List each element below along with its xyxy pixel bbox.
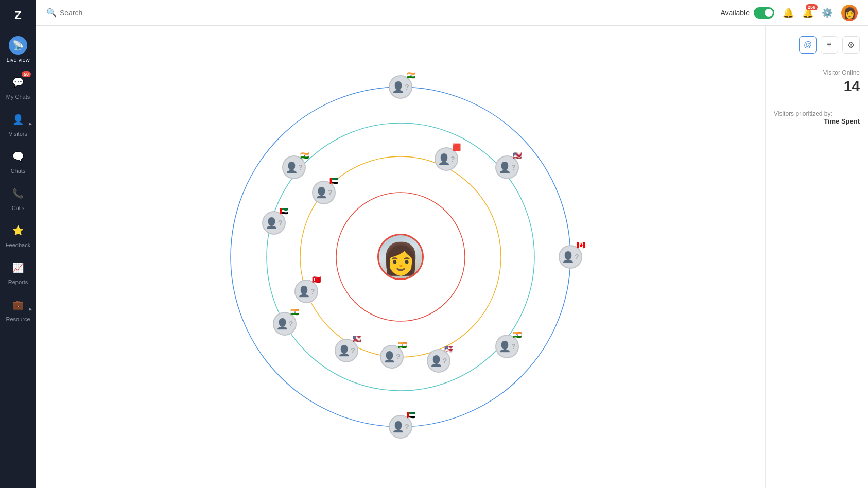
resource-sub-arrow: ▶ <box>29 307 32 311</box>
visitor-node-2[interactable]: 👤🇺🇸 <box>495 155 519 179</box>
visitor-node-7[interactable]: 👤🇹🇷 <box>294 280 318 303</box>
available-toggle: Available <box>720 7 774 19</box>
visitor-circle-2: 👤🇺🇸 <box>495 155 519 179</box>
main-content: 🔍 Available 🔔 🔔 256 ⚙️ 👩 <box>36 0 868 488</box>
visitor-node-6[interactable]: 👤🇦🇪 <box>312 181 336 204</box>
chats-icon: 🗨️ <box>9 147 27 166</box>
agent-photo <box>379 235 422 278</box>
app-logo: Z <box>8 5 28 26</box>
feedback-icon: ⭐ <box>9 221 27 240</box>
visitor-online-count: 14 <box>774 78 860 95</box>
visitor-circle-6: 👤🇦🇪 <box>312 181 336 204</box>
visitor-flag-7: 🇹🇷 <box>312 276 321 283</box>
at-view-button[interactable]: @ <box>799 36 817 54</box>
visitor-flag-14: 🇦🇪 <box>406 412 415 418</box>
visitor-flag-10: 🇮🇳 <box>397 342 407 348</box>
visitor-flag-13: 🇨🇦 <box>576 242 585 248</box>
visitor-circle-1: 👤🇮🇳 <box>389 75 412 99</box>
visitor-node-13[interactable]: 👤🇨🇦 <box>559 245 582 269</box>
sidebar-item-my-chats[interactable]: 50 💬 My Chats <box>0 68 36 105</box>
sidebar-item-resource[interactable]: 💼 Resource ▶ <box>0 290 36 327</box>
my-chats-badge: 50 <box>22 71 31 77</box>
visitor-online-stat: Visitor Online 14 <box>774 69 860 95</box>
priority-label: Visitors prioritized by: <box>774 110 860 117</box>
search-icon: 🔍 <box>46 8 57 18</box>
resource-icon: 💼 <box>9 295 27 314</box>
sidebar-item-reports[interactable]: 📈 Reports <box>0 253 36 290</box>
list-view-button[interactable]: ≡ <box>821 36 838 54</box>
sidebar-item-live-view[interactable]: 📡 Live view <box>0 31 36 68</box>
volume-icon[interactable]: 🔔 <box>783 7 794 19</box>
visitor-flag-8: 🇮🇳 <box>290 309 300 315</box>
sidebar-item-calls[interactable]: 📞 Calls <box>0 179 36 216</box>
reports-icon: 📈 <box>9 258 27 277</box>
visitor-flag-4: 🇦🇪 <box>280 208 289 214</box>
visitor-circle-7: 👤🇹🇷 <box>294 280 318 303</box>
visitor-flag-1: 🇮🇳 <box>406 72 415 78</box>
radar-area: 👤🇮🇳👤🇺🇸👤🇮🇳👤🇦🇪👤🟥👤🇦🇪👤🇹🇷👤🇮🇳👤🇺🇸👤🇮🇳👤🇺🇸👤🇮🇳👤🇨🇦👤🇦… <box>36 26 765 488</box>
visitor-circle-8: 👤🇮🇳 <box>273 312 297 336</box>
orbit-container: 👤🇮🇳👤🇺🇸👤🇮🇳👤🇦🇪👤🟥👤🇦🇪👤🇹🇷👤🇮🇳👤🇺🇸👤🇮🇳👤🇺🇸👤🇮🇳👤🇨🇦👤🇦… <box>220 77 581 437</box>
right-panel: @ ≡ ⚙ Visitor Online 14 Visitors priorit… <box>765 26 868 488</box>
avatar[interactable]: 👩 <box>841 5 858 21</box>
topbar-right: Available 🔔 🔔 256 ⚙️ 👩 <box>720 5 858 21</box>
visitor-node-5[interactable]: 👤🟥 <box>435 147 458 171</box>
visitor-circle-9: 👤🇺🇸 <box>335 339 358 362</box>
visitors-priority: Visitors prioritized by: Time Spent <box>774 105 860 125</box>
visitor-circle-14: 👤🇦🇪 <box>389 415 412 439</box>
visitor-flag-3: 🇮🇳 <box>300 152 309 159</box>
visitor-node-14[interactable]: 👤🇦🇪 <box>389 415 412 439</box>
visitor-flag-5: 🟥 <box>452 144 461 150</box>
settings-icon[interactable]: ⚙️ <box>822 7 833 19</box>
visitor-node-4[interactable]: 👤🇦🇪 <box>262 211 286 235</box>
visitor-circle-4: 👤🇦🇪 <box>262 211 286 235</box>
visitor-flag-9: 🇺🇸 <box>352 336 361 342</box>
visitor-flag-12: 🇮🇳 <box>513 332 522 338</box>
search-wrap: 🔍 <box>46 8 720 18</box>
visitors-sub-arrow: ▶ <box>29 121 32 126</box>
visitor-circle-3: 👤🇮🇳 <box>282 155 306 179</box>
sidebar-item-chats[interactable]: 🗨️ Chats <box>0 142 36 179</box>
visitor-node-12[interactable]: 👤🇮🇳 <box>495 335 519 358</box>
notification-icon[interactable]: 🔔 256 <box>802 7 813 19</box>
visitor-circle-10: 👤🇮🇳 <box>380 345 404 369</box>
filter-button[interactable]: ⚙ <box>842 36 860 54</box>
content-area: 👤🇮🇳👤🇺🇸👤🇮🇳👤🇦🇪👤🟥👤🇦🇪👤🇹🇷👤🇮🇳👤🇺🇸👤🇮🇳👤🇺🇸👤🇮🇳👤🇨🇦👤🇦… <box>36 26 868 488</box>
visitors-icon: 👤 <box>9 110 27 129</box>
visitor-circle-11: 👤🇺🇸 <box>427 349 450 373</box>
center-avatar <box>377 234 424 280</box>
live-view-icon: 📡 <box>9 36 27 55</box>
visitor-node-3[interactable]: 👤🇮🇳 <box>282 155 306 179</box>
priority-value: Time Spent <box>774 117 860 125</box>
available-switch[interactable] <box>754 7 774 19</box>
visitor-node-1[interactable]: 👤🇮🇳 <box>389 75 412 99</box>
visitor-circle-13: 👤🇨🇦 <box>559 245 582 269</box>
available-label: Available <box>720 9 750 17</box>
visitor-flag-2: 🇺🇸 <box>513 152 522 159</box>
sidebar-item-visitors[interactable]: 👤 Visitors ▶ <box>0 105 36 142</box>
visitor-circle-5: 👤🟥 <box>435 147 458 171</box>
visitor-flag-6: 🇦🇪 <box>329 178 339 184</box>
calls-icon: 📞 <box>9 184 27 203</box>
sidebar: Z 📡 Live view 50 💬 My Chats 👤 Visitors ▶… <box>0 0 36 488</box>
panel-icon-buttons: @ ≡ ⚙ <box>774 36 860 54</box>
sidebar-item-feedback[interactable]: ⭐ Feedback <box>0 216 36 253</box>
topbar: 🔍 Available 🔔 🔔 256 ⚙️ 👩 <box>36 0 868 26</box>
visitor-circle-12: 👤🇮🇳 <box>495 335 519 358</box>
visitor-online-label: Visitor Online <box>774 69 860 76</box>
notification-badge: 256 <box>806 4 818 10</box>
visitor-node-11[interactable]: 👤🇺🇸 <box>427 349 450 373</box>
visitor-node-10[interactable]: 👤🇮🇳 <box>380 345 404 369</box>
visitor-node-8[interactable]: 👤🇮🇳 <box>273 312 297 336</box>
search-input[interactable] <box>60 9 163 17</box>
visitor-node-9[interactable]: 👤🇺🇸 <box>335 339 358 362</box>
visitor-flag-11: 🇺🇸 <box>444 346 454 352</box>
